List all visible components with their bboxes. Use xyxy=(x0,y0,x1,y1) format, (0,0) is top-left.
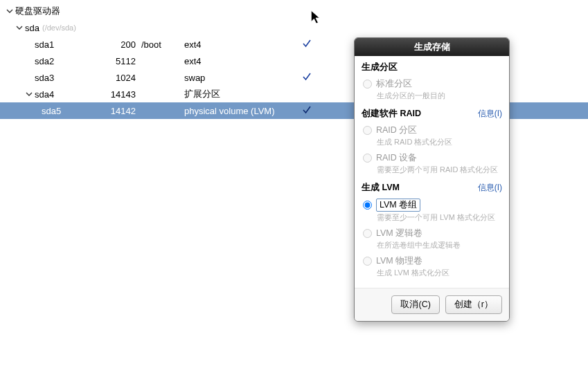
disk-devpath: (/dev/sda) xyxy=(42,24,76,32)
option-standard-partition[interactable]: 标准分区 xyxy=(362,76,502,91)
part-type: ext4 xyxy=(179,56,296,66)
section-raid-label: 创建软件 RAID xyxy=(362,108,421,120)
radio-lvm-vg[interactable] xyxy=(363,201,372,210)
check-icon xyxy=(296,104,317,118)
lvm-info-link[interactable]: 信息(I) xyxy=(478,182,502,194)
option-raid-device[interactable]: RAID 设备 xyxy=(362,150,502,165)
option-standard-desc: 生成分区的一般目的 xyxy=(362,91,502,104)
dialog-title: 生成存储 xyxy=(355,38,509,56)
raid-info-link[interactable]: 信息(I) xyxy=(478,108,502,120)
part-name: sda5 xyxy=(42,106,61,116)
create-storage-dialog: 生成存储 生成分区 标准分区 生成分区的一般目的 创建软件 RAID 信息(I)… xyxy=(354,37,510,322)
tree-root-row[interactable]: 硬盘驱动器 xyxy=(0,3,588,19)
tree-disk-row[interactable]: sda (/dev/sda) xyxy=(0,19,588,36)
option-lvm-lv-desc: 在所选卷组中生成逻辑卷 xyxy=(362,240,502,253)
option-lvm-pv[interactable]: LVM 物理卷 xyxy=(362,253,502,268)
check-icon xyxy=(296,71,317,84)
option-raid-partition[interactable]: RAID 分区 xyxy=(362,122,502,137)
option-lvm-pv-desc: 生成 LVM 格式化分区 xyxy=(362,268,502,281)
chevron-down-icon[interactable] xyxy=(25,90,33,98)
cancel-button[interactable]: 取消(C) xyxy=(391,295,439,314)
section-partition-label: 生成分区 xyxy=(362,62,398,73)
chevron-down-icon[interactable] xyxy=(6,7,14,15)
option-lvm-lv[interactable]: LVM 逻辑卷 xyxy=(362,226,502,240)
option-raid-dev-desc: 需要至少两个可用 RAID 格式化分区 xyxy=(362,165,502,178)
disk-label: sda xyxy=(25,23,39,33)
part-type: physical volume (LVM) xyxy=(179,106,296,116)
check-icon xyxy=(296,38,317,51)
radio-standard[interactable] xyxy=(363,80,372,89)
option-lvm-vg-desc: 需要至少一个可用 LVM 格式化分区 xyxy=(362,212,502,226)
part-size: 14143 xyxy=(104,89,136,100)
chevron-down-icon[interactable] xyxy=(15,24,24,32)
part-name: sda2 xyxy=(35,56,54,66)
option-raid-part-desc: 生成 RAID 格式化分区 xyxy=(362,137,502,150)
part-mount: /boot xyxy=(136,39,179,50)
part-type: swap xyxy=(179,73,296,83)
option-lvm-vg[interactable]: LVM 卷组 xyxy=(362,196,502,212)
radio-lvm-lv[interactable] xyxy=(363,229,372,238)
part-name: sda1 xyxy=(35,39,54,50)
part-name: sda4 xyxy=(35,89,54,100)
part-size: 14142 xyxy=(104,106,136,116)
radio-raid-part[interactable] xyxy=(363,126,372,135)
tree-root-label: 硬盘驱动器 xyxy=(15,5,60,17)
part-size: 1024 xyxy=(104,73,136,83)
part-type: ext4 xyxy=(179,39,296,50)
create-button[interactable]: 创建（r） xyxy=(445,295,502,314)
part-type: 扩展分区 xyxy=(179,88,296,100)
radio-raid-dev[interactable] xyxy=(363,154,372,163)
part-size: 200 xyxy=(104,39,136,50)
radio-lvm-pv[interactable] xyxy=(363,257,372,266)
section-lvm-label: 生成 LVM xyxy=(362,182,400,194)
part-size: 5112 xyxy=(104,56,136,66)
part-name: sda3 xyxy=(35,73,54,83)
